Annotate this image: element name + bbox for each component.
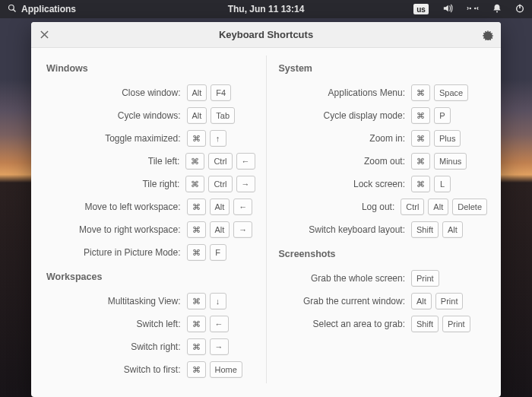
key-cap: ← bbox=[233, 198, 252, 215]
key-cap: Ctrl bbox=[401, 198, 424, 215]
network-icon[interactable] bbox=[467, 4, 479, 14]
keyboard-shortcuts-dialog: Keyboard Shortcuts WindowsClose window:A… bbox=[31, 22, 501, 397]
key-cap: P bbox=[434, 107, 451, 124]
key-cap: ⌘ bbox=[185, 176, 204, 192]
shortcut-label: Applications Menu: bbox=[277, 87, 406, 98]
key-cap: ⌘ bbox=[411, 130, 430, 147]
shortcut-label: Multitasking View: bbox=[45, 296, 181, 306]
shortcut-row[interactable]: Close window:AltF4 bbox=[45, 81, 255, 104]
dialog-titlebar: Keyboard Shortcuts bbox=[31, 22, 501, 48]
key-cap: Ctrl bbox=[208, 153, 232, 170]
key-cap: ↓ bbox=[210, 293, 226, 310]
shortcut-row[interactable]: Move to right workspace:⌘Alt→ bbox=[45, 218, 255, 241]
shortcut-row[interactable]: Switch right:⌘→ bbox=[45, 335, 255, 358]
key-cap: ⌘ bbox=[187, 338, 206, 355]
key-cap: Ctrl bbox=[208, 176, 232, 192]
volume-icon[interactable] bbox=[442, 4, 453, 15]
shortcut-row[interactable]: Cycle display mode:⌘P bbox=[277, 104, 488, 127]
power-icon[interactable] bbox=[515, 4, 524, 15]
close-button[interactable] bbox=[31, 22, 57, 48]
key-cap: Alt bbox=[187, 84, 207, 101]
shortcut-label: Close window: bbox=[45, 87, 181, 98]
svg-point-3 bbox=[474, 8, 476, 9]
shortcut-row[interactable]: Lock screen:⌘L bbox=[277, 173, 488, 195]
shortcut-row[interactable]: Log out:CtrlAltDelete bbox=[277, 195, 488, 218]
search-icon[interactable] bbox=[8, 4, 17, 15]
shortcut-keys: ShiftAlt bbox=[411, 221, 487, 238]
key-cap: Shift bbox=[411, 221, 439, 238]
settings-button[interactable] bbox=[475, 22, 501, 48]
shortcut-row[interactable]: Tile left:⌘Ctrl← bbox=[45, 150, 255, 173]
key-cap: ⌘ bbox=[187, 293, 206, 310]
shortcut-label: Tile left: bbox=[45, 156, 179, 167]
key-cap: ⌘ bbox=[187, 130, 206, 147]
shortcut-keys: AltF4 bbox=[187, 84, 255, 101]
shortcut-keys: ⌘P bbox=[411, 107, 487, 124]
shortcut-label: Cycle windows: bbox=[45, 110, 181, 121]
shortcut-label: Log out: bbox=[277, 202, 395, 212]
shortcut-keys: ⌘↑ bbox=[187, 130, 255, 147]
key-cap: Alt bbox=[428, 198, 448, 215]
clock[interactable]: Thu, Jun 11 13:14 bbox=[228, 4, 305, 14]
shortcut-label: Toggle maximized: bbox=[45, 133, 181, 144]
key-cap: Alt bbox=[187, 107, 207, 124]
section-title: Windows bbox=[45, 56, 255, 81]
key-cap: ⌘ bbox=[187, 316, 206, 332]
shortcut-keys: ⌘Ctrl→ bbox=[185, 176, 255, 192]
shortcut-row[interactable]: Grab the current window:AltPrint bbox=[277, 290, 488, 313]
key-cap: ← bbox=[236, 153, 255, 170]
key-cap: F4 bbox=[211, 84, 231, 101]
shortcut-label: Switch keyboard layout: bbox=[277, 224, 406, 235]
top-panel: Applications Thu, Jun 11 13:14 us bbox=[0, 0, 532, 18]
shortcut-keys: ⌘→ bbox=[187, 338, 255, 355]
section-title: Workspaces bbox=[45, 264, 255, 290]
dialog-title: Keyboard Shortcuts bbox=[31, 29, 501, 40]
shortcut-row[interactable]: Zoom out:⌘Minus bbox=[277, 150, 488, 173]
notifications-icon[interactable] bbox=[492, 4, 502, 15]
input-source-indicator[interactable]: us bbox=[413, 4, 429, 14]
key-cap: Alt bbox=[210, 221, 230, 238]
shortcut-row[interactable]: Switch keyboard layout:ShiftAlt bbox=[277, 218, 488, 241]
shortcut-row[interactable]: Picture in Picture Mode:⌘F bbox=[45, 241, 255, 264]
shortcut-keys: Print bbox=[411, 270, 487, 287]
shortcut-keys: ⌘Ctrl← bbox=[185, 153, 255, 170]
shortcut-keys: ⌘Alt→ bbox=[187, 221, 255, 238]
key-cap: Print bbox=[442, 316, 470, 332]
key-cap: ⌘ bbox=[411, 153, 430, 170]
key-cap: ⌘ bbox=[411, 107, 430, 124]
shortcut-row[interactable]: Zoom in:⌘Plus bbox=[277, 127, 488, 150]
shortcut-row[interactable]: Switch to first:⌘Home bbox=[45, 358, 255, 381]
shortcut-row[interactable]: Switch to new:⌘End bbox=[45, 381, 255, 383]
shortcut-row[interactable]: Select an area to grab:ShiftPrint bbox=[277, 313, 488, 335]
key-cap: ⌘ bbox=[187, 244, 206, 261]
shortcut-row[interactable]: Switch left:⌘← bbox=[45, 313, 255, 335]
shortcut-keys: ⌘Minus bbox=[411, 153, 487, 170]
shortcut-row[interactable]: Tile right:⌘Ctrl→ bbox=[45, 173, 255, 195]
shortcut-label: Move to left workspace: bbox=[45, 202, 181, 212]
shortcut-keys: ⌘Space bbox=[411, 84, 487, 101]
section-title: System bbox=[277, 56, 488, 81]
key-cap: Home bbox=[210, 361, 242, 378]
applications-menu[interactable]: Applications bbox=[21, 4, 76, 14]
left-column: WindowsClose window:AltF4Cycle windows:A… bbox=[45, 56, 267, 383]
key-cap: Shift bbox=[411, 316, 439, 332]
shortcut-row[interactable]: Applications Menu:⌘Space bbox=[277, 81, 488, 104]
shortcut-keys: ⌘Plus bbox=[411, 130, 487, 147]
key-cap: Alt bbox=[411, 293, 432, 310]
shortcut-label: Picture in Picture Mode: bbox=[45, 247, 181, 258]
shortcut-row[interactable]: Grab the whole screen:Print bbox=[277, 267, 488, 290]
key-cap: ⌘ bbox=[187, 221, 206, 238]
shortcut-row[interactable]: Move to left workspace:⌘Alt← bbox=[45, 195, 255, 218]
shortcut-label: Cycle display mode: bbox=[277, 110, 406, 121]
shortcut-row[interactable]: Toggle maximized:⌘↑ bbox=[45, 127, 255, 150]
key-cap: ⌘ bbox=[411, 176, 430, 192]
shortcut-row[interactable]: Cycle windows:AltTab bbox=[45, 104, 255, 127]
key-cap: F bbox=[210, 244, 226, 261]
right-column: SystemApplications Menu:⌘SpaceCycle disp… bbox=[267, 56, 488, 383]
key-cap: Plus bbox=[434, 130, 461, 147]
shortcut-row[interactable]: Multitasking View:⌘↓ bbox=[45, 290, 255, 313]
shortcut-label: Switch left: bbox=[45, 319, 181, 329]
key-cap: ⌘ bbox=[185, 153, 204, 170]
shortcut-label: Lock screen: bbox=[277, 179, 406, 189]
key-cap: Alt bbox=[210, 198, 230, 215]
